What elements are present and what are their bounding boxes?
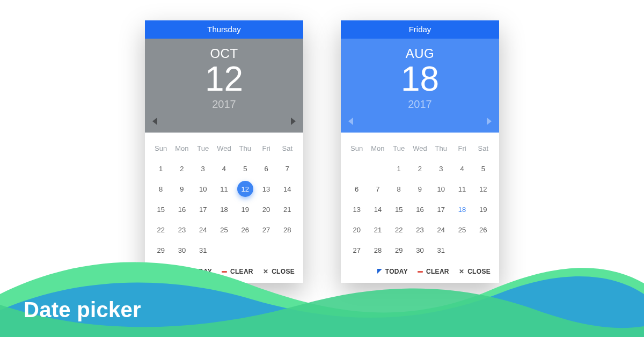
day-cell-empty [367, 158, 388, 179]
day-cell[interactable]: 1 [150, 158, 171, 179]
day-cell[interactable]: 6 [255, 158, 276, 179]
stage: Thursday OCT 12 2017 SunMonTueWedThuFriS… [0, 0, 644, 337]
header-panel: AUG 18 2017 [341, 39, 499, 133]
day-cell[interactable]: 2 [171, 158, 192, 179]
day-cell[interactable]: 18 [214, 199, 235, 219]
day-cell[interactable]: 25 [214, 219, 235, 240]
weekday-header-cell: Tue [389, 138, 409, 158]
date-picker-a: Thursday OCT 12 2017 SunMonTueWedThuFriS… [145, 20, 303, 283]
day-cell[interactable]: 3 [193, 158, 214, 179]
calendar-grid: SunMonTueWedThuFriSat1234567891011121314… [341, 133, 499, 261]
day-cell-empty [235, 240, 255, 260]
day-cell[interactable]: 19 [473, 199, 494, 219]
header-month: AUG [341, 46, 499, 61]
day-cell[interactable]: 14 [277, 179, 298, 199]
weekday-header-cell: Sun [150, 138, 171, 158]
today-button[interactable]: TODAY [377, 268, 408, 275]
day-cell[interactable]: 26 [473, 219, 494, 240]
day-cell[interactable]: 20 [346, 219, 367, 240]
day-cell[interactable]: 24 [430, 219, 451, 240]
day-cell[interactable]: 30 [409, 240, 430, 260]
day-cell[interactable]: 31 [430, 240, 451, 260]
day-cell[interactable]: 25 [451, 219, 472, 240]
header-year[interactable]: 2017 [341, 98, 499, 111]
day-cell[interactable]: 12 [235, 179, 255, 199]
weekday-header-cell: Fri [255, 138, 276, 158]
header-panel: OCT 12 2017 [145, 39, 303, 133]
today-icon [181, 269, 186, 274]
day-cell[interactable]: 23 [171, 219, 192, 240]
today-label: TODAY [189, 268, 212, 275]
day-cell[interactable]: 9 [409, 179, 430, 199]
weekday-header-cell: Thu [235, 138, 255, 158]
day-cell[interactable]: 6 [346, 179, 367, 199]
day-cell[interactable]: 11 [214, 179, 235, 199]
day-cell[interactable]: 5 [473, 158, 494, 179]
day-cell[interactable]: 26 [235, 219, 255, 240]
day-cell[interactable]: 21 [277, 199, 298, 219]
close-button[interactable]: ✕CLOSE [459, 268, 491, 275]
calendar-grid: SunMonTueWedThuFriSat1234567891011121314… [145, 133, 303, 261]
day-cell[interactable]: 23 [409, 219, 430, 240]
close-icon: ✕ [459, 268, 464, 275]
day-cell[interactable]: 10 [430, 179, 451, 199]
day-cell[interactable]: 15 [150, 199, 171, 219]
day-cell[interactable]: 31 [193, 240, 214, 260]
next-month-icon[interactable] [487, 118, 492, 125]
day-cell[interactable]: 4 [214, 158, 235, 179]
day-cell-empty [255, 240, 276, 260]
header-year[interactable]: 2017 [145, 98, 303, 111]
day-cell[interactable]: 29 [389, 240, 409, 260]
clear-button[interactable]: CLEAR [418, 268, 449, 275]
day-cell[interactable]: 28 [367, 240, 388, 260]
prev-month-icon[interactable] [152, 118, 157, 125]
day-cell[interactable]: 30 [171, 240, 192, 260]
day-cell[interactable]: 5 [235, 158, 255, 179]
day-cell-empty [451, 240, 472, 260]
day-cell[interactable]: 29 [150, 240, 171, 260]
day-cell-empty [346, 158, 367, 179]
clear-icon [222, 271, 227, 273]
day-cell[interactable]: 22 [150, 219, 171, 240]
day-cell[interactable]: 3 [430, 158, 451, 179]
header-month: OCT [145, 46, 303, 61]
day-cell[interactable]: 10 [193, 179, 214, 199]
day-cell[interactable]: 8 [389, 179, 409, 199]
next-month-icon[interactable] [291, 118, 296, 125]
day-cell[interactable]: 27 [346, 240, 367, 260]
day-cell[interactable]: 19 [235, 199, 255, 219]
weekday-header-cell: Sat [277, 138, 298, 158]
day-cell[interactable]: 17 [430, 199, 451, 219]
day-cell[interactable]: 21 [367, 219, 388, 240]
day-cell[interactable]: 13 [346, 199, 367, 219]
prev-month-icon[interactable] [348, 118, 353, 125]
day-cell[interactable]: 8 [150, 179, 171, 199]
day-cell[interactable]: 1 [389, 158, 409, 179]
day-cell[interactable]: 28 [277, 219, 298, 240]
day-cell[interactable]: 17 [193, 199, 214, 219]
weekday-header-cell: Sun [346, 138, 367, 158]
weekday-header-cell: Mon [367, 138, 388, 158]
weekday-header-cell: Fri [451, 138, 472, 158]
day-cell[interactable]: 27 [255, 219, 276, 240]
day-cell[interactable]: 14 [367, 199, 388, 219]
today-button[interactable]: TODAY [181, 268, 212, 275]
day-cell[interactable]: 16 [409, 199, 430, 219]
day-cell[interactable]: 2 [409, 158, 430, 179]
day-cell[interactable]: 22 [389, 219, 409, 240]
day-cell[interactable]: 11 [451, 179, 472, 199]
close-button[interactable]: ✕CLOSE [263, 268, 295, 275]
clear-button[interactable]: CLEAR [222, 268, 253, 275]
day-cell[interactable]: 24 [193, 219, 214, 240]
day-cell[interactable]: 12 [473, 179, 494, 199]
day-cell[interactable]: 7 [367, 179, 388, 199]
day-cell[interactable]: 16 [171, 199, 192, 219]
day-cell[interactable]: 4 [451, 158, 472, 179]
header-day: 18 [341, 61, 499, 97]
day-cell[interactable]: 15 [389, 199, 409, 219]
day-cell[interactable]: 20 [255, 199, 276, 219]
day-cell[interactable]: 7 [277, 158, 298, 179]
day-cell[interactable]: 13 [255, 179, 276, 199]
day-cell[interactable]: 18 [451, 199, 472, 219]
day-cell[interactable]: 9 [171, 179, 192, 199]
